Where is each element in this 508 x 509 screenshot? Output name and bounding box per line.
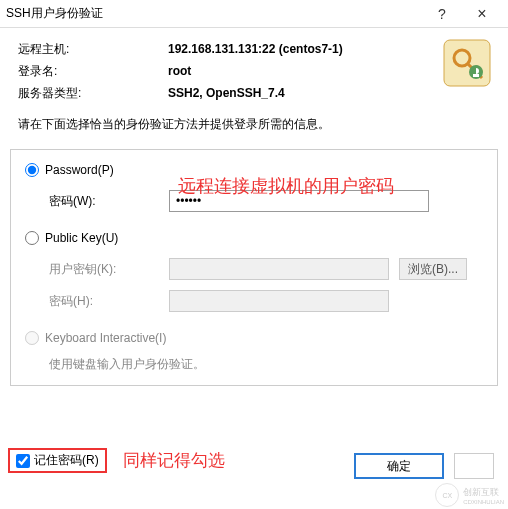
remote-host-label: 远程主机: xyxy=(18,41,168,58)
login-name-label: 登录名: xyxy=(18,63,168,80)
remote-host-value: 192.168.131.131:22 (centos7-1) xyxy=(168,42,343,56)
watermark: CX 创新互联 CDXINHULIAN xyxy=(431,481,508,509)
key-icon xyxy=(442,38,492,88)
server-type-label: 服务器类型: xyxy=(18,85,168,102)
userkey-input xyxy=(169,258,389,280)
pk-password-label: 密码(H): xyxy=(49,293,159,310)
remember-password-label: 记住密码(R) xyxy=(34,452,99,469)
watermark-text: 创新互联 xyxy=(463,486,504,499)
connection-info: 远程主机: 192.168.131.131:22 (centos7-1) 登录名… xyxy=(0,28,508,108)
watermark-logo-icon: CX xyxy=(435,483,459,507)
publickey-radio[interactable] xyxy=(25,231,39,245)
login-name-value: root xyxy=(168,64,191,78)
annotation-remember-hint: 同样记得勾选 xyxy=(123,449,225,472)
password-input[interactable] xyxy=(169,190,429,212)
pk-password-input xyxy=(169,290,389,312)
password-radio-label: Password(P) xyxy=(45,163,114,177)
watermark-sub: CDXINHULIAN xyxy=(463,499,504,505)
ok-button[interactable]: 确定 xyxy=(354,453,444,479)
browse-button: 浏览(B)... xyxy=(399,258,467,280)
server-type-value: SSH2, OpenSSH_7.4 xyxy=(168,86,285,100)
keyboard-interactive-note: 使用键盘输入用户身份验证。 xyxy=(49,356,483,373)
publickey-radio-label: Public Key(U) xyxy=(45,231,118,245)
password-field-label: 密码(W): xyxy=(49,193,159,210)
dialog-footer: 确定 xyxy=(354,453,494,479)
close-button[interactable]: × xyxy=(462,1,502,27)
cancel-button[interactable] xyxy=(454,453,494,479)
remember-password-checkbox[interactable] xyxy=(16,454,30,468)
titlebar: SSH用户身份验证 ? × xyxy=(0,0,508,28)
userkey-label: 用户密钥(K): xyxy=(49,261,159,278)
window-title: SSH用户身份验证 xyxy=(6,5,422,22)
keyboard-interactive-label: Keyboard Interactive(I) xyxy=(45,331,166,345)
auth-method-group: Password(P) 密码(W): Public Key(U) 用户密钥(K)… xyxy=(10,149,498,386)
remember-row: 记住密码(R) 同样记得勾选 xyxy=(8,448,225,473)
help-button[interactable]: ? xyxy=(422,1,462,27)
password-radio[interactable] xyxy=(25,163,39,177)
keyboard-interactive-radio xyxy=(25,331,39,345)
instruction-text: 请在下面选择恰当的身份验证方法并提供登录所需的信息。 xyxy=(0,108,508,143)
